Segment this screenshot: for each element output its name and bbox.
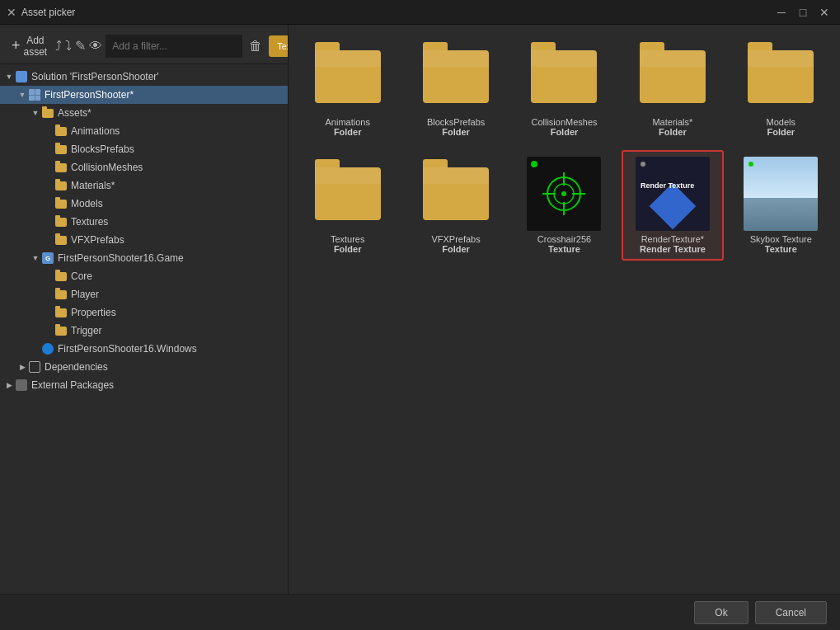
- asset-name: Materials*: [652, 117, 692, 127]
- eye-icon: 👁: [89, 39, 102, 54]
- svg-point-2: [561, 191, 566, 196]
- asset-type: Folder: [551, 127, 579, 137]
- asset-blocks[interactable]: BlocksPrefabs Folder: [405, 33, 506, 143]
- asset-skybox[interactable]: Skybox Texture Texture: [730, 150, 832, 261]
- sidebar-item-trigger[interactable]: Trigger: [0, 322, 288, 340]
- core-label: Core: [71, 270, 92, 282]
- sidebar-item-core[interactable]: Core: [0, 267, 288, 285]
- asset-name: BlocksPrefabs: [427, 117, 485, 127]
- animations-label: Animations: [71, 125, 120, 137]
- folder-icon: [54, 306, 68, 319]
- view-button[interactable]: 👁: [89, 34, 102, 59]
- folder-icon: [54, 197, 68, 210]
- texture-tag-button[interactable]: Texture: [269, 35, 289, 57]
- filter-input[interactable]: [106, 35, 242, 58]
- plus-icon: +: [12, 37, 21, 54]
- import-button[interactable]: ⤵: [65, 34, 72, 59]
- game-label: FirstPersonShooter16.Game: [58, 252, 184, 264]
- asset-models[interactable]: Models Folder: [730, 33, 832, 143]
- asset-thumb: [744, 40, 818, 114]
- asset-thumb: [419, 157, 493, 231]
- asset-name: Crosshair256: [537, 234, 591, 244]
- minimize-button[interactable]: ─: [772, 3, 791, 21]
- folder-icon: [54, 143, 68, 156]
- asset-thumb: [527, 157, 601, 231]
- toolbar: + Add asset ⤴ ⤵ ✎ 👁 🗑 Texture Render Tex…: [0, 28, 288, 64]
- asset-crosshair[interactable]: Crosshair256 Texture: [514, 150, 615, 261]
- sidebar-item-windows[interactable]: FirstPersonShooter16.Windows: [0, 340, 288, 358]
- close-button[interactable]: ✕: [815, 3, 833, 21]
- add-asset-button[interactable]: + Add asset: [7, 33, 52, 59]
- sidebar-item-textures[interactable]: Textures: [0, 213, 288, 231]
- asset-vfx[interactable]: VFXPrefabs Folder: [405, 150, 506, 261]
- asset-thumb: [636, 40, 710, 114]
- skybox-preview: [744, 157, 818, 231]
- properties-label: Properties: [71, 307, 116, 318]
- ext-arrow: [3, 381, 15, 389]
- sidebar-item-game[interactable]: G FirstPersonShooter16.Game: [0, 249, 288, 267]
- export-icon: ⤴: [55, 39, 62, 54]
- deps-label: Dependencies: [45, 361, 108, 373]
- sidebar-item-materials[interactable]: Materials*: [0, 176, 288, 195]
- app-icon: ✕: [7, 6, 16, 19]
- sidebar-item-external[interactable]: External Packages: [0, 376, 288, 394]
- asset-type: Folder: [767, 127, 795, 137]
- asset-type: Render Texture: [640, 244, 706, 254]
- folder-icon: [54, 270, 68, 283]
- export-button[interactable]: ⤴: [55, 34, 62, 59]
- cancel-button[interactable]: Cancel: [755, 601, 827, 624]
- right-panel: Animations Folder BlocksPrefabs Folder C…: [289, 25, 840, 594]
- folder-icon: [54, 125, 68, 138]
- folder-icon: [54, 324, 68, 337]
- folder-icon: [54, 161, 68, 174]
- models-label: Models: [71, 198, 103, 209]
- assets-grid: Animations Folder BlocksPrefabs Folder C…: [297, 33, 832, 261]
- file-tree: Solution 'FirstPersonShooter' FirstPerso…: [0, 64, 288, 397]
- deps-arrow: [16, 363, 28, 371]
- game-icon: G: [41, 252, 54, 265]
- solution-icon: [15, 70, 28, 83]
- ext-icon: [15, 378, 28, 392]
- solution-item[interactable]: Solution 'FirstPersonShooter': [0, 68, 288, 86]
- edit-button[interactable]: ✎: [75, 34, 86, 59]
- asset-textures[interactable]: Textures Folder: [297, 150, 398, 261]
- player-label: Player: [71, 289, 99, 300]
- sidebar-item-collision[interactable]: CollisionMeshes: [0, 158, 288, 176]
- sidebar-item-models[interactable]: Models: [0, 195, 288, 213]
- sidebar-item-blocksprefabs[interactable]: BlocksPrefabs: [0, 140, 288, 158]
- trigger-label: Trigger: [71, 325, 102, 336]
- collision-label: CollisionMeshes: [71, 162, 143, 173]
- left-panel: + Add asset ⤴ ⤵ ✎ 👁 🗑 Texture Render Tex…: [0, 25, 289, 594]
- sidebar-item-vfxprefabs[interactable]: VFXPrefabs: [0, 231, 288, 249]
- ok-button[interactable]: Ok: [694, 601, 748, 624]
- windows-label: FirstPersonShooter16.Windows: [58, 343, 197, 355]
- titlebar: ✕ Asset picker ─ □ ✕: [0, 0, 840, 25]
- maximize-button[interactable]: □: [794, 3, 812, 21]
- sidebar-item-properties[interactable]: Properties: [0, 303, 288, 322]
- folder-icon: [54, 215, 68, 228]
- assets-item[interactable]: Assets*: [0, 104, 288, 122]
- asset-animations[interactable]: Animations Folder: [297, 33, 398, 143]
- import-icon: ⤵: [65, 39, 72, 54]
- titlebar-controls[interactable]: ─ □ ✕: [772, 3, 833, 21]
- sidebar-item-player[interactable]: Player: [0, 285, 288, 303]
- textures-label: Textures: [71, 216, 108, 228]
- project-label: FirstPersonShooter*: [45, 89, 134, 101]
- ext-label: External Packages: [31, 379, 114, 391]
- window-title: Asset picker: [21, 7, 75, 18]
- solution-arrow: [3, 73, 15, 81]
- asset-rendertexture[interactable]: Render Texture RenderTexture* Render Tex…: [622, 150, 723, 261]
- sidebar-item-dependencies[interactable]: Dependencies: [0, 358, 288, 376]
- asset-collision[interactable]: CollisionMeshes Folder: [514, 33, 615, 143]
- asset-type: Folder: [442, 127, 470, 137]
- add-asset-label: Add asset: [24, 35, 48, 58]
- crosshair-svg: [539, 169, 589, 219]
- asset-materials[interactable]: Materials* Folder: [622, 33, 723, 143]
- delete-button[interactable]: 🗑: [246, 35, 265, 57]
- project-item[interactable]: FirstPersonShooter*: [0, 86, 288, 104]
- windows-icon: [41, 342, 54, 355]
- asset-thumb: [311, 40, 385, 114]
- sidebar-item-animations[interactable]: Animations: [0, 122, 288, 140]
- project-arrow: [16, 91, 28, 99]
- asset-name: VFXPrefabs: [431, 234, 480, 244]
